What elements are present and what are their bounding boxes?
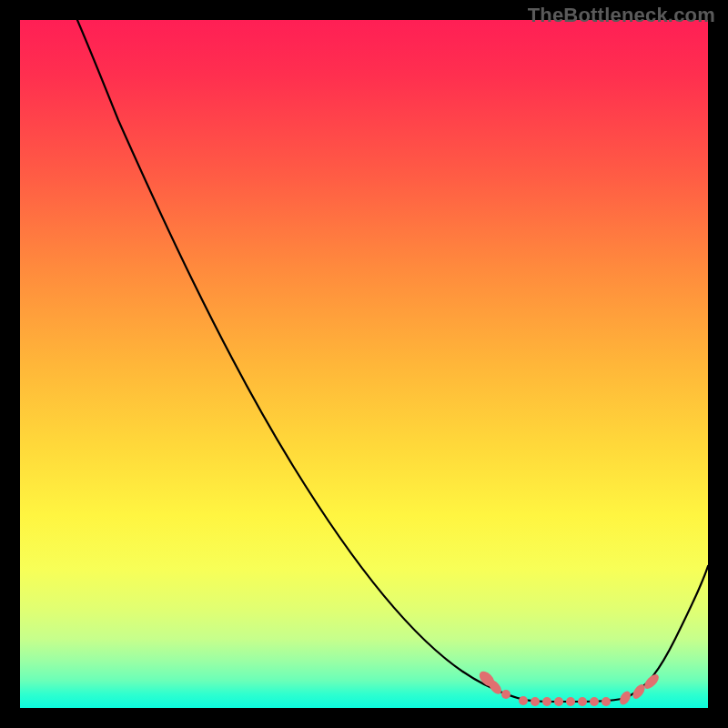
marker-dot	[519, 696, 528, 705]
marker-dot	[602, 697, 611, 706]
marker-dot	[590, 697, 599, 706]
marker-dot	[618, 690, 633, 707]
bottleneck-curve	[20, 20, 708, 708]
plot-area	[20, 20, 708, 708]
marker-dot	[531, 697, 540, 706]
marker-dot	[501, 690, 511, 699]
marker-dot	[566, 697, 575, 706]
marker-dot	[578, 697, 587, 706]
watermark-text: TheBottleneck.com	[528, 4, 715, 27]
chart-container: TheBottleneck.com	[0, 0, 728, 728]
marker-dot	[542, 697, 551, 706]
marker-dot	[554, 697, 563, 706]
curve-path	[77, 20, 708, 702]
